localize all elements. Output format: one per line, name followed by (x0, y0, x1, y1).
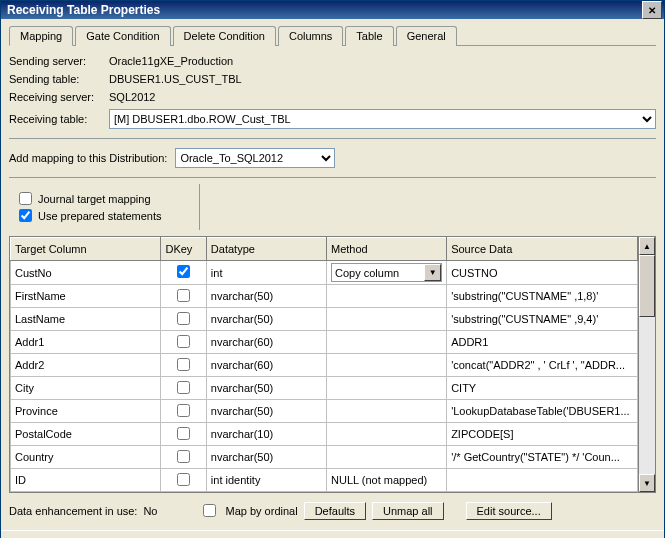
cell-source[interactable] (447, 469, 638, 492)
table-row[interactable]: LastNamenvarchar(50)'substring("CUSTNAME… (11, 308, 638, 331)
cell-source[interactable]: 'substring("CUSTNAME" ,1,8)' (447, 285, 638, 308)
table-row[interactable]: Addr2nvarchar(60)'concat("ADDR2" , ' CrL… (11, 354, 638, 377)
title-bar: Receiving Table Properties ✕ (1, 1, 664, 19)
cell-method[interactable] (327, 423, 447, 446)
table-row[interactable]: Citynvarchar(50)CITY (11, 377, 638, 400)
dialog-window: Receiving Table Properties ✕ MappingGate… (0, 0, 665, 538)
cell-target[interactable]: FirstName (11, 285, 161, 308)
cell-method[interactable] (327, 400, 447, 423)
scroll-thumb[interactable] (639, 255, 655, 317)
cell-method[interactable]: Copy column▼Copy columnExpressionAssume … (327, 261, 447, 285)
cell-source[interactable]: CITY (447, 377, 638, 400)
cell-datatype[interactable]: nvarchar(50) (206, 400, 326, 423)
cell-datatype[interactable]: int (206, 261, 326, 285)
dkey-checkbox[interactable] (177, 265, 190, 278)
col-method[interactable]: Method (327, 238, 447, 261)
cell-source[interactable]: 'concat("ADDR2" , ' CrLf ', "ADDR... (447, 354, 638, 377)
col-source[interactable]: Source Data (447, 238, 638, 261)
receiving-server-value: SQL2012 (109, 91, 656, 103)
unmap-all-button[interactable]: Unmap all (372, 502, 444, 520)
cell-datatype[interactable]: int identity (206, 469, 326, 492)
cell-target[interactable]: CustNo (11, 261, 161, 285)
dkey-checkbox[interactable] (177, 404, 190, 417)
sending-table-value: DBUSER1.US_CUST_TBL (109, 73, 656, 85)
cell-datatype[interactable]: nvarchar(50) (206, 308, 326, 331)
tab-gate-condition[interactable]: Gate Condition (75, 26, 170, 46)
cell-method[interactable] (327, 308, 447, 331)
prepared-label: Use prepared statements (38, 210, 162, 222)
cell-datatype[interactable]: nvarchar(10) (206, 423, 326, 446)
cell-target[interactable]: Country (11, 446, 161, 469)
tab-columns[interactable]: Columns (278, 26, 343, 46)
prepared-checkbox[interactable] (19, 209, 32, 222)
cell-target[interactable]: ID (11, 469, 161, 492)
title-text: Receiving Table Properties (7, 3, 160, 17)
receiving-table-label: Receiving table: (9, 113, 109, 125)
cell-target[interactable]: LastName (11, 308, 161, 331)
chevron-down-icon[interactable]: ▼ (424, 264, 441, 281)
tab-mapping[interactable]: Mapping (9, 26, 73, 46)
map-by-ordinal-label: Map by ordinal (225, 505, 297, 517)
table-row[interactable]: PostalCodenvarchar(10)ZIPCODE[S] (11, 423, 638, 446)
cell-source[interactable]: ADDR1 (447, 331, 638, 354)
journal-label: Journal target mapping (38, 193, 151, 205)
dkey-checkbox[interactable] (177, 450, 190, 463)
cell-source[interactable]: '/* GetCountry("STATE") */ 'Coun... (447, 446, 638, 469)
edit-source-button[interactable]: Edit source... (466, 502, 552, 520)
cell-source[interactable]: 'substring("CUSTNAME" ,9,4)' (447, 308, 638, 331)
defaults-button[interactable]: Defaults (304, 502, 366, 520)
cell-datatype[interactable]: nvarchar(60) (206, 331, 326, 354)
close-icon[interactable]: ✕ (642, 1, 662, 19)
cell-datatype[interactable]: nvarchar(50) (206, 285, 326, 308)
table-row[interactable]: Countrynvarchar(50)'/* GetCountry("STATE… (11, 446, 638, 469)
col-datatype[interactable]: Datatype (206, 238, 326, 261)
cell-target[interactable]: PostalCode (11, 423, 161, 446)
dkey-checkbox[interactable] (177, 358, 190, 371)
enhancement-label: Data enhancement in use: (9, 505, 137, 517)
cell-method[interactable]: NULL (not mapped) (327, 469, 447, 492)
cell-target[interactable]: Addr2 (11, 354, 161, 377)
table-row[interactable]: Addr1nvarchar(60)ADDR1 (11, 331, 638, 354)
mapping-grid: Target Column DKey Datatype Method Sourc… (9, 236, 656, 493)
dkey-checkbox[interactable] (177, 473, 190, 486)
journal-checkbox[interactable] (19, 192, 32, 205)
dkey-checkbox[interactable] (177, 312, 190, 325)
dkey-checkbox[interactable] (177, 289, 190, 302)
cell-method[interactable] (327, 331, 447, 354)
tab-delete-condition[interactable]: Delete Condition (173, 26, 276, 46)
receiving-table-select[interactable]: [M] DBUSER1.dbo.ROW_Cust_TBL (109, 109, 656, 129)
table-row[interactable]: Provincenvarchar(50)'LookupDatabaseTable… (11, 400, 638, 423)
cell-method[interactable] (327, 354, 447, 377)
cell-datatype[interactable]: nvarchar(50) (206, 377, 326, 400)
cell-source[interactable]: CUSTNO (447, 261, 638, 285)
add-mapping-select[interactable]: Oracle_To_SQL2012 (175, 148, 335, 168)
cell-source[interactable]: 'LookupDatabaseTable('DBUSER1... (447, 400, 638, 423)
col-target[interactable]: Target Column (11, 238, 161, 261)
map-by-ordinal-checkbox[interactable] (203, 504, 216, 517)
cell-method[interactable] (327, 377, 447, 400)
method-combo[interactable]: Copy column▼ (331, 263, 442, 282)
scroll-down-icon[interactable]: ▼ (639, 474, 655, 492)
cell-method[interactable] (327, 285, 447, 308)
dkey-checkbox[interactable] (177, 427, 190, 440)
cell-target[interactable]: City (11, 377, 161, 400)
cell-datatype[interactable]: nvarchar(50) (206, 446, 326, 469)
tab-table[interactable]: Table (345, 26, 393, 46)
table-row[interactable]: CustNointCopy column▼Copy columnExpressi… (11, 261, 638, 285)
dkey-checkbox[interactable] (177, 335, 190, 348)
add-mapping-label: Add mapping to this Distribution: (9, 152, 167, 164)
table-row[interactable]: FirstNamenvarchar(50)'substring("CUSTNAM… (11, 285, 638, 308)
cell-method[interactable] (327, 446, 447, 469)
cell-target[interactable]: Addr1 (11, 331, 161, 354)
receiving-server-label: Receiving server: (9, 91, 109, 103)
cell-source[interactable]: ZIPCODE[S] (447, 423, 638, 446)
tab-general[interactable]: General (396, 26, 457, 46)
dkey-checkbox[interactable] (177, 381, 190, 394)
sending-server-value: Oracle11gXE_Production (109, 55, 656, 67)
col-dkey[interactable]: DKey (161, 238, 206, 261)
scroll-up-icon[interactable]: ▲ (639, 237, 655, 255)
table-row[interactable]: IDint identityNULL (not mapped) (11, 469, 638, 492)
grid-scrollbar[interactable]: ▲ ▼ (638, 237, 655, 492)
cell-target[interactable]: Province (11, 400, 161, 423)
cell-datatype[interactable]: nvarchar(60) (206, 354, 326, 377)
